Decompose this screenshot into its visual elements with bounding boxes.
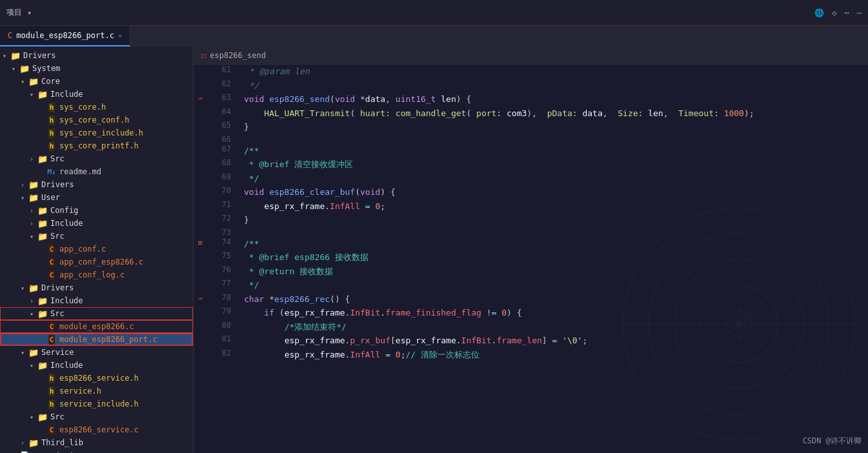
tree-item-21[interactable]: Cmodule_esp8266.c xyxy=(0,320,193,333)
tree-item-9[interactable]: M↓readme.md xyxy=(0,165,193,178)
tree-item-28[interactable]: ▾📁Src xyxy=(0,410,193,423)
tree-item-31[interactable]: 📄.cproject xyxy=(0,449,193,453)
editor-content[interactable]: 61 * @param len62 */⇒63void esp8266_send… xyxy=(194,65,868,453)
tree-item-label: Config xyxy=(50,206,78,215)
folder-icon: 📁 xyxy=(37,308,48,319)
tree-item-label: System xyxy=(32,64,60,73)
code-line-66: 66 xyxy=(194,134,868,144)
project-dropdown-icon[interactable]: ▾ xyxy=(27,8,32,17)
line-number-79: 79 xyxy=(207,306,239,320)
editor-breadcrumb: ◻ esp8266_send xyxy=(194,46,868,65)
line-number-72: 72 xyxy=(207,213,239,227)
tab-bar: C module_esp8266_port.c × xyxy=(0,26,868,46)
tree-item-1[interactable]: ▾📁System xyxy=(0,62,193,75)
tree-item-label: Include xyxy=(50,296,83,305)
tree-item-label: Include xyxy=(50,219,83,228)
tree-item-10[interactable]: ›📁Drivers xyxy=(0,178,193,191)
main-content: ▾📁Drivers▾📁System▾📁Core▾📁Includehsys_cor… xyxy=(0,46,868,453)
code-line-82: 82 esp_rx_frame.InfAll = 0;// 清除一次标志位 xyxy=(194,348,868,362)
line-number-76: 76 xyxy=(207,265,239,279)
folder-icon: 📁 xyxy=(37,231,48,241)
tree-item-22[interactable]: Cmodule_esp8266_port.c xyxy=(0,333,193,346)
tree-item-12[interactable]: ›📁Config xyxy=(0,204,193,217)
tree-item-label: Include xyxy=(50,90,83,99)
line-number-71: 71 xyxy=(207,199,239,214)
folder-icon: 📁 xyxy=(10,50,21,61)
tree-item-26[interactable]: hservice.h xyxy=(0,385,193,398)
tree-item-19[interactable]: ›📁Include xyxy=(0,294,193,307)
tree-item-27[interactable]: hservice_include.h xyxy=(0,398,193,410)
code-line-68: 68 * @brief 清空接收缓冲区 xyxy=(194,157,868,172)
line-number-81: 81 xyxy=(207,334,239,348)
folder-icon: 📁 xyxy=(28,347,39,357)
minimize-icon[interactable]: — xyxy=(857,8,862,17)
tree-item-7[interactable]: hsys_core_printf.h xyxy=(0,139,193,152)
code-line-78: ⇒78char *esp8266_rec() { xyxy=(194,292,868,307)
line-marker-66 xyxy=(194,134,207,144)
tree-item-16[interactable]: Capp_conf_esp8266.c xyxy=(0,256,193,268)
line-content-70: void esp8266_clear_buf(void) { xyxy=(239,185,868,199)
line-number-78: 78 xyxy=(207,292,239,307)
tree-item-13[interactable]: ›📁Include xyxy=(0,217,193,230)
line-number-67: 67 xyxy=(207,144,239,158)
tree-item-29[interactable]: Cesp8266_service.c xyxy=(0,423,193,436)
tree-item-3[interactable]: ▾📁Include xyxy=(0,88,193,101)
tree-item-label: Drivers xyxy=(41,180,74,189)
line-number-69: 69 xyxy=(207,172,239,186)
tree-item-23[interactable]: ▾📁Service xyxy=(0,346,193,359)
tab-label: module_esp8266_port.c xyxy=(16,31,114,40)
tree-item-15[interactable]: Capp_conf.c xyxy=(0,243,193,256)
tree-item-4[interactable]: hsys_core.h xyxy=(0,101,193,114)
tree-item-18[interactable]: ▾📁Drivers xyxy=(0,281,193,294)
code-line-64: 64 HAL_UART_Transmit( huart: com_handle_… xyxy=(194,106,868,121)
tree-item-label: sys_core_conf.h xyxy=(59,116,129,125)
tree-item-20[interactable]: ▾📁Src xyxy=(0,307,193,320)
tree-item-25[interactable]: hesp8266_service.h xyxy=(0,372,193,385)
code-line-63: ⇒63void esp8266_send(void *data, uint16_… xyxy=(194,92,868,106)
folder-icon: 📁 xyxy=(37,205,48,216)
line-content-80: /*添加结束符*/ xyxy=(239,320,868,334)
tree-item-14[interactable]: ▾📁Src xyxy=(0,230,193,243)
tree-item-label: Service xyxy=(41,348,74,357)
c-file-icon: C xyxy=(46,321,57,332)
diamond-icon[interactable]: ◇ xyxy=(832,8,836,17)
c-file-icon: C xyxy=(46,257,57,267)
tab-module-esp8266-port[interactable]: C module_esp8266_port.c × xyxy=(0,26,130,46)
code-editor: ◻ esp8266_send 61 * @param len62 */⇒63vo… xyxy=(194,46,868,453)
tree-item-5[interactable]: hsys_core_conf.h xyxy=(0,114,193,126)
tree-item-8[interactable]: ›📁Src xyxy=(0,152,193,165)
menu-icon[interactable]: ⋯ xyxy=(845,8,849,17)
tree-item-17[interactable]: Capp_conf_log.c xyxy=(0,268,193,281)
code-line-79: 79 if (esp_rx_frame.InfBit.frame_finishe… xyxy=(194,306,868,320)
code-line-76: 76 * @return 接收数据 xyxy=(194,265,868,279)
c-file-icon: C xyxy=(46,270,57,280)
tree-item-label: sys_core_include.h xyxy=(59,128,143,137)
tree-item-label: Src xyxy=(50,154,65,163)
line-marker-61 xyxy=(194,65,207,79)
code-line-61: 61 * @param len xyxy=(194,65,868,79)
code-line-72: 72} xyxy=(194,213,868,227)
tree-item-label: Src xyxy=(50,412,65,421)
globe-icon[interactable]: 🌐 xyxy=(814,8,824,17)
line-marker-76 xyxy=(194,265,207,279)
tree-item-11[interactable]: ▾📁User xyxy=(0,191,193,204)
folder-icon: 📁 xyxy=(37,412,48,422)
line-number-82: 82 xyxy=(207,348,239,362)
line-content-76: * @return 接收数据 xyxy=(239,265,868,279)
tree-item-2[interactable]: ▾📁Core xyxy=(0,75,193,88)
tree-item-6[interactable]: hsys_core_include.h xyxy=(0,126,193,139)
tree-item-label: module_esp8266_port.c xyxy=(59,335,157,344)
code-line-73: 73 xyxy=(194,227,868,237)
line-number-73: 73 xyxy=(207,227,239,237)
project-label[interactable]: 项目 xyxy=(6,7,22,18)
line-marker-81 xyxy=(194,334,207,348)
line-content-72: } xyxy=(239,213,868,227)
h-file-icon: h xyxy=(46,399,57,409)
tree-item-24[interactable]: ▾📁Include xyxy=(0,359,193,372)
tree-item-0[interactable]: ▾📁Drivers xyxy=(0,49,193,62)
line-marker-62 xyxy=(194,79,207,93)
tree-item-30[interactable]: ›📁Third_lib xyxy=(0,436,193,449)
tab-close-button[interactable]: × xyxy=(118,32,122,39)
folder-icon: 📁 xyxy=(28,76,39,86)
folder-icon: 📁 xyxy=(37,296,48,306)
